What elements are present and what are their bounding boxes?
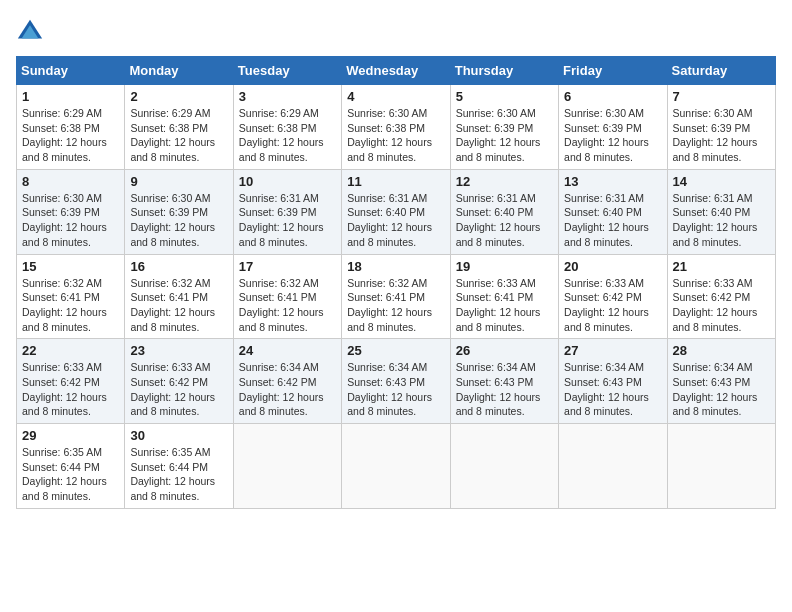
day-detail: Sunrise: 6:34 AMSunset: 6:43 PMDaylight:… — [347, 360, 444, 419]
calendar-header-monday: Monday — [125, 57, 233, 85]
day-detail: Sunrise: 6:33 AMSunset: 6:42 PMDaylight:… — [130, 360, 227, 419]
day-number: 6 — [564, 89, 661, 104]
day-detail: Sunrise: 6:32 AMSunset: 6:41 PMDaylight:… — [347, 276, 444, 335]
day-detail: Sunrise: 6:33 AMSunset: 6:42 PMDaylight:… — [22, 360, 119, 419]
day-number: 10 — [239, 174, 336, 189]
day-detail: Sunrise: 6:32 AMSunset: 6:41 PMDaylight:… — [130, 276, 227, 335]
calendar-cell: 5Sunrise: 6:30 AMSunset: 6:39 PMDaylight… — [450, 85, 558, 170]
calendar-cell: 1Sunrise: 6:29 AMSunset: 6:38 PMDaylight… — [17, 85, 125, 170]
day-number: 4 — [347, 89, 444, 104]
day-detail: Sunrise: 6:30 AMSunset: 6:39 PMDaylight:… — [22, 191, 119, 250]
day-number: 26 — [456, 343, 553, 358]
day-number: 27 — [564, 343, 661, 358]
day-detail: Sunrise: 6:35 AMSunset: 6:44 PMDaylight:… — [130, 445, 227, 504]
day-detail: Sunrise: 6:30 AMSunset: 6:38 PMDaylight:… — [347, 106, 444, 165]
day-number: 16 — [130, 259, 227, 274]
day-number: 23 — [130, 343, 227, 358]
day-detail: Sunrise: 6:32 AMSunset: 6:41 PMDaylight:… — [239, 276, 336, 335]
calendar-cell: 7Sunrise: 6:30 AMSunset: 6:39 PMDaylight… — [667, 85, 775, 170]
calendar-cell: 14Sunrise: 6:31 AMSunset: 6:40 PMDayligh… — [667, 169, 775, 254]
calendar-cell — [559, 424, 667, 509]
calendar-cell: 15Sunrise: 6:32 AMSunset: 6:41 PMDayligh… — [17, 254, 125, 339]
calendar-cell: 28Sunrise: 6:34 AMSunset: 6:43 PMDayligh… — [667, 339, 775, 424]
day-detail: Sunrise: 6:31 AMSunset: 6:40 PMDaylight:… — [673, 191, 770, 250]
day-number: 18 — [347, 259, 444, 274]
day-detail: Sunrise: 6:29 AMSunset: 6:38 PMDaylight:… — [239, 106, 336, 165]
day-number: 17 — [239, 259, 336, 274]
day-number: 30 — [130, 428, 227, 443]
day-number: 8 — [22, 174, 119, 189]
calendar-header-friday: Friday — [559, 57, 667, 85]
calendar-header-saturday: Saturday — [667, 57, 775, 85]
day-number: 3 — [239, 89, 336, 104]
calendar-cell: 11Sunrise: 6:31 AMSunset: 6:40 PMDayligh… — [342, 169, 450, 254]
day-detail: Sunrise: 6:31 AMSunset: 6:40 PMDaylight:… — [456, 191, 553, 250]
calendar-week-row: 22Sunrise: 6:33 AMSunset: 6:42 PMDayligh… — [17, 339, 776, 424]
calendar-cell: 19Sunrise: 6:33 AMSunset: 6:41 PMDayligh… — [450, 254, 558, 339]
day-detail: Sunrise: 6:34 AMSunset: 6:42 PMDaylight:… — [239, 360, 336, 419]
day-number: 11 — [347, 174, 444, 189]
calendar-cell: 25Sunrise: 6:34 AMSunset: 6:43 PMDayligh… — [342, 339, 450, 424]
day-detail: Sunrise: 6:33 AMSunset: 6:41 PMDaylight:… — [456, 276, 553, 335]
calendar-cell: 26Sunrise: 6:34 AMSunset: 6:43 PMDayligh… — [450, 339, 558, 424]
day-detail: Sunrise: 6:31 AMSunset: 6:40 PMDaylight:… — [347, 191, 444, 250]
day-detail: Sunrise: 6:34 AMSunset: 6:43 PMDaylight:… — [564, 360, 661, 419]
calendar-table: SundayMondayTuesdayWednesdayThursdayFrid… — [16, 56, 776, 509]
calendar-cell: 29Sunrise: 6:35 AMSunset: 6:44 PMDayligh… — [17, 424, 125, 509]
calendar-cell: 30Sunrise: 6:35 AMSunset: 6:44 PMDayligh… — [125, 424, 233, 509]
calendar-cell — [667, 424, 775, 509]
day-number: 5 — [456, 89, 553, 104]
day-detail: Sunrise: 6:29 AMSunset: 6:38 PMDaylight:… — [130, 106, 227, 165]
day-detail: Sunrise: 6:32 AMSunset: 6:41 PMDaylight:… — [22, 276, 119, 335]
calendar-cell: 9Sunrise: 6:30 AMSunset: 6:39 PMDaylight… — [125, 169, 233, 254]
calendar-header-thursday: Thursday — [450, 57, 558, 85]
calendar-cell: 12Sunrise: 6:31 AMSunset: 6:40 PMDayligh… — [450, 169, 558, 254]
page-header — [16, 16, 776, 44]
calendar-cell: 20Sunrise: 6:33 AMSunset: 6:42 PMDayligh… — [559, 254, 667, 339]
day-detail: Sunrise: 6:31 AMSunset: 6:40 PMDaylight:… — [564, 191, 661, 250]
day-number: 9 — [130, 174, 227, 189]
calendar-cell: 2Sunrise: 6:29 AMSunset: 6:38 PMDaylight… — [125, 85, 233, 170]
calendar-week-row: 8Sunrise: 6:30 AMSunset: 6:39 PMDaylight… — [17, 169, 776, 254]
day-number: 15 — [22, 259, 119, 274]
day-number: 14 — [673, 174, 770, 189]
calendar-week-row: 15Sunrise: 6:32 AMSunset: 6:41 PMDayligh… — [17, 254, 776, 339]
day-detail: Sunrise: 6:29 AMSunset: 6:38 PMDaylight:… — [22, 106, 119, 165]
logo — [16, 16, 48, 44]
day-number: 2 — [130, 89, 227, 104]
day-detail: Sunrise: 6:30 AMSunset: 6:39 PMDaylight:… — [456, 106, 553, 165]
day-number: 29 — [22, 428, 119, 443]
day-number: 20 — [564, 259, 661, 274]
calendar-cell — [450, 424, 558, 509]
day-detail: Sunrise: 6:33 AMSunset: 6:42 PMDaylight:… — [564, 276, 661, 335]
day-number: 7 — [673, 89, 770, 104]
day-detail: Sunrise: 6:34 AMSunset: 6:43 PMDaylight:… — [673, 360, 770, 419]
logo-icon — [16, 16, 44, 44]
calendar-cell: 13Sunrise: 6:31 AMSunset: 6:40 PMDayligh… — [559, 169, 667, 254]
day-detail: Sunrise: 6:30 AMSunset: 6:39 PMDaylight:… — [673, 106, 770, 165]
calendar-header-sunday: Sunday — [17, 57, 125, 85]
day-number: 1 — [22, 89, 119, 104]
day-detail: Sunrise: 6:34 AMSunset: 6:43 PMDaylight:… — [456, 360, 553, 419]
calendar-week-row: 29Sunrise: 6:35 AMSunset: 6:44 PMDayligh… — [17, 424, 776, 509]
day-number: 13 — [564, 174, 661, 189]
day-number: 12 — [456, 174, 553, 189]
day-detail: Sunrise: 6:30 AMSunset: 6:39 PMDaylight:… — [130, 191, 227, 250]
calendar-cell: 6Sunrise: 6:30 AMSunset: 6:39 PMDaylight… — [559, 85, 667, 170]
calendar-header-row: SundayMondayTuesdayWednesdayThursdayFrid… — [17, 57, 776, 85]
calendar-header-tuesday: Tuesday — [233, 57, 341, 85]
calendar-cell: 24Sunrise: 6:34 AMSunset: 6:42 PMDayligh… — [233, 339, 341, 424]
calendar-cell: 18Sunrise: 6:32 AMSunset: 6:41 PMDayligh… — [342, 254, 450, 339]
day-number: 28 — [673, 343, 770, 358]
calendar-cell: 10Sunrise: 6:31 AMSunset: 6:39 PMDayligh… — [233, 169, 341, 254]
calendar-cell — [342, 424, 450, 509]
calendar-week-row: 1Sunrise: 6:29 AMSunset: 6:38 PMDaylight… — [17, 85, 776, 170]
calendar-header-wednesday: Wednesday — [342, 57, 450, 85]
day-number: 21 — [673, 259, 770, 274]
calendar-cell: 8Sunrise: 6:30 AMSunset: 6:39 PMDaylight… — [17, 169, 125, 254]
day-detail: Sunrise: 6:31 AMSunset: 6:39 PMDaylight:… — [239, 191, 336, 250]
calendar-cell: 17Sunrise: 6:32 AMSunset: 6:41 PMDayligh… — [233, 254, 341, 339]
calendar-cell: 27Sunrise: 6:34 AMSunset: 6:43 PMDayligh… — [559, 339, 667, 424]
calendar-cell: 23Sunrise: 6:33 AMSunset: 6:42 PMDayligh… — [125, 339, 233, 424]
day-number: 19 — [456, 259, 553, 274]
